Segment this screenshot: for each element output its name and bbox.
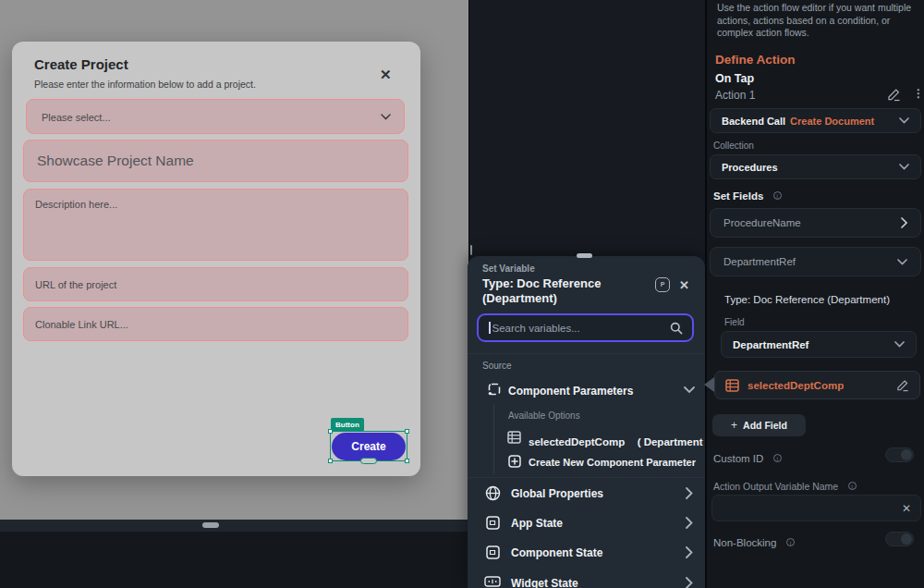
- toggle-knob: [901, 533, 912, 545]
- popup-title-line1: Type: Doc Reference: [482, 276, 601, 290]
- variable-value-chip[interactable]: selectedDeptComp: [714, 371, 920, 399]
- name-placeholder: Showcase Project Name: [37, 153, 194, 169]
- create-project-modal[interactable]: Create Project Please enter the informat…: [12, 42, 420, 476]
- close-icon[interactable]: ✕: [380, 67, 392, 83]
- popup-anchor-arrow: [704, 377, 714, 392]
- chevron-right-icon[interactable]: [686, 517, 693, 529]
- toggle-knob: [901, 449, 912, 460]
- url-placeholder: URL of the project: [35, 279, 116, 290]
- chevron-down-icon: [899, 117, 909, 124]
- set-fields-heading: Set Fields i: [713, 187, 782, 203]
- widget-state-icon: [484, 576, 501, 587]
- define-action-heading: Define Action: [715, 53, 796, 67]
- create-button[interactable]: Create: [332, 433, 406, 460]
- action-label: Action 1: [715, 89, 755, 102]
- non-blocking-toggle[interactable]: [885, 532, 914, 546]
- non-blocking-label: Non-Blocking: [713, 537, 776, 548]
- source-component-parameters[interactable]: Component Parameters: [508, 385, 633, 398]
- divider: [468, 477, 705, 478]
- selection-handle[interactable]: [405, 429, 409, 434]
- chevron-down-icon: [381, 114, 391, 120]
- chevron-down-icon: [899, 164, 909, 170]
- field-select-dropdown[interactable]: DepartmentRef: [721, 331, 917, 358]
- search-input[interactable]: Search variables...: [492, 323, 671, 334]
- action-type-dropdown[interactable]: Backend Call Create Document: [710, 108, 921, 133]
- source-global-properties[interactable]: Global Properties: [511, 487, 603, 500]
- copy-variable-icon[interactable]: P: [655, 277, 670, 292]
- chevron-down-icon: [897, 259, 907, 265]
- create-new-component-parameter[interactable]: Create New Component Parameter: [529, 457, 696, 468]
- option-selected-dept-comp[interactable]: selectedDeptComp ( Department ref ): [529, 433, 725, 449]
- divider: [468, 507, 705, 508]
- panel-drag-handle[interactable]: [202, 522, 219, 528]
- clonable-placeholder: Clonable Link URL...: [35, 319, 128, 330]
- info-icon: i: [773, 191, 782, 200]
- modal-title: Create Project: [34, 56, 128, 72]
- project-name-input[interactable]: Showcase Project Name: [23, 140, 408, 182]
- edit-pencil-icon[interactable]: [887, 88, 901, 102]
- widget-type-tag: Button: [331, 418, 364, 432]
- description-textarea[interactable]: Description here...: [23, 189, 408, 261]
- resize-notch-handle[interactable]: [360, 458, 377, 464]
- clear-icon[interactable]: ✕: [902, 502, 911, 515]
- kebab-menu-icon[interactable]: ⋮: [913, 87, 924, 100]
- info-icon: i: [848, 482, 857, 490]
- collection-dropdown[interactable]: Procedures: [710, 154, 921, 179]
- add-field-button[interactable]: + Add Field: [712, 414, 806, 436]
- source-label: Source: [482, 361, 512, 371]
- non-blocking-row: Non-Blocking i: [713, 533, 795, 550]
- description-placeholder: Description here...: [35, 199, 117, 210]
- available-options-label: Available Options: [508, 410, 580, 421]
- selection-handle[interactable]: [328, 459, 333, 463]
- info-icon: i: [786, 538, 795, 546]
- set-fields-label: Set Fields: [713, 190, 763, 202]
- variable-value: selectedDeptComp: [748, 380, 844, 391]
- globe-icon: [485, 485, 501, 501]
- data-table-icon: [507, 431, 521, 444]
- set-field-department-ref[interactable]: DepartmentRef: [710, 247, 921, 276]
- chevron-down-icon: [894, 341, 905, 348]
- set-field-procedure-name[interactable]: ProcedureName: [710, 208, 921, 238]
- chevron-right-icon[interactable]: [686, 487, 693, 499]
- clonable-url-input[interactable]: Clonable Link URL...: [23, 307, 408, 341]
- backend-call-label: Backend Call: [722, 116, 785, 127]
- scroll-indicator: [470, 245, 472, 255]
- canvas-bottom-bar: [0, 520, 468, 532]
- divider: [468, 536, 705, 537]
- app-state-icon: [486, 516, 500, 530]
- app-builder-window: Create Project Please enter the informat…: [0, 0, 924, 588]
- custom-id-toggle[interactable]: [885, 447, 914, 462]
- variable-search-box[interactable]: Search variables...: [477, 313, 694, 342]
- source-component-state[interactable]: Component State: [511, 546, 602, 559]
- plus-square-icon: [508, 455, 521, 468]
- source-widget-state[interactable]: Widget State: [511, 577, 578, 588]
- collection-value: Procedures: [722, 162, 778, 173]
- chevron-right-icon[interactable]: [686, 577, 693, 588]
- plus-icon: +: [731, 419, 737, 432]
- project-url-input[interactable]: URL of the project: [23, 267, 408, 301]
- selection-handle[interactable]: [328, 429, 333, 434]
- chevron-right-icon[interactable]: [686, 546, 693, 558]
- edit-pencil-icon[interactable]: [896, 379, 909, 392]
- select-placeholder: Please select...: [42, 112, 111, 123]
- popup-close-icon[interactable]: ✕: [679, 278, 689, 292]
- output-variable-input[interactable]: ✕: [711, 495, 921, 521]
- custom-id-row: Custom ID i: [713, 449, 782, 466]
- add-field-label: Add Field: [743, 420, 787, 431]
- selection-handle[interactable]: [405, 459, 409, 463]
- field-name: DepartmentRef: [723, 256, 796, 267]
- design-canvas[interactable]: Create Project Please enter the informat…: [0, 0, 468, 520]
- info-icon: i: [773, 454, 782, 462]
- search-icon: [670, 322, 683, 335]
- field-select-value: DepartmentRef: [733, 339, 808, 350]
- output-variable-label: Action Output Variable Name: [713, 481, 838, 492]
- collection-label: Collection: [713, 141, 754, 151]
- output-variable-row: Action Output Variable Name i: [713, 477, 857, 494]
- chevron-right-icon: [901, 217, 907, 228]
- field-type-text: Type: Doc Reference (Department): [724, 294, 890, 305]
- source-app-state[interactable]: App State: [511, 517, 563, 530]
- project-type-select[interactable]: Please select...: [26, 99, 405, 134]
- chevron-down-icon[interactable]: [684, 386, 695, 394]
- component-parameters-icon: [487, 382, 502, 397]
- popup-drag-handle[interactable]: [577, 253, 592, 258]
